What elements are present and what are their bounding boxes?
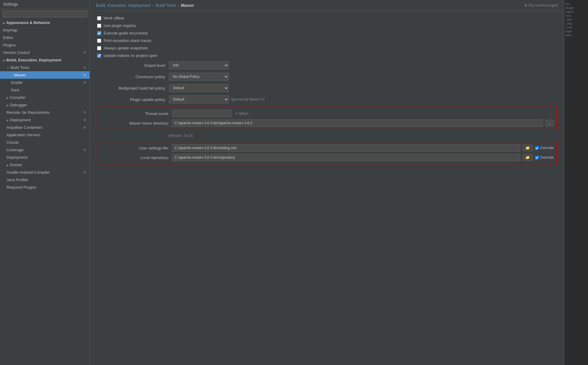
copy-icon-build-tools: ⧉ [84,66,86,69]
sidebar-item-remote-jar[interactable]: Remote Jar Repositories ⧉ [0,109,90,116]
plugin-update-label: Plugin update policy: [97,97,166,102]
sidebar-item-gradle[interactable]: Gradle ⧉ [0,79,90,86]
version-arrow-row: (Version: 3.6.3) ↗ [168,133,557,139]
checkbox-plugin-registry: Use plugin registry [97,23,557,28]
plugin-registry-checkbox[interactable] [97,24,101,28]
always-update-checkbox[interactable] [97,46,101,50]
sidebar-item-appearance[interactable]: Appearance & Behavior [0,19,90,26]
output-level-row: Output level: Info Debug Warning Error [97,61,557,69]
output-level-control: Info Debug Warning Error [169,61,557,69]
log-line-2: lugins [566,10,587,13]
output-level-select[interactable]: Info Debug Warning Error [169,61,229,69]
update-indices-label: Update indices on project open [104,53,157,58]
log-line-4: :mav [566,18,587,21]
sidebar-item-maven[interactable]: Maven ⧉ [0,71,90,79]
thread-count-row: Thread count: -T option [100,110,554,117]
sidebar-item-build-tools[interactable]: Build Tools ⧉ [0,64,90,71]
checkbox-always-update: Always update snapshots [97,46,557,50]
always-update-label: Always update snapshots [104,46,148,50]
main-content: Build, Execution, Deployment › Build Too… [90,0,564,365]
user-settings-browse-btn[interactable]: 📁 [523,145,533,151]
sidebar-item-clouds[interactable]: Clouds [0,139,90,146]
log-line-8: work. [566,34,587,37]
sidebar-item-compiler[interactable]: Compiler [0,94,90,101]
sidebar-item-version-control[interactable]: Version Control ⧉ [0,49,90,56]
breadcrumb-build-tools[interactable]: Build Tools [156,3,176,8]
sidebar-item-app-servers[interactable]: Application Servers [0,131,90,139]
local-repo-override-checkbox[interactable] [535,156,539,160]
execute-goals-label: Execute goals recursively [104,31,148,35]
project-icon: 🖥 [524,3,527,7]
output-level-label: Output level: [97,63,166,68]
sidebar-item-keymap[interactable]: Keymap [0,26,90,34]
copy-icon: ⧉ [84,51,86,54]
sidebar-item-required-plugins[interactable]: Required Plugins [0,184,90,191]
print-exception-checkbox[interactable] [97,39,101,43]
log-line-1: plugin [566,6,587,10]
work-offline-label: Work offline [104,16,124,20]
sidebar-search-input[interactable] [2,10,87,17]
sidebar-item-build-exec-deploy[interactable]: Build, Execution, Deployment [0,56,90,64]
checksum-policy-row: Checksum policy: No Global Policy Fail W… [97,73,557,81]
log-line-5: .plug [566,22,587,25]
checkbox-update-indices: Update indices on project open [97,53,557,58]
copy-icon-deployment: ⧉ [84,118,86,122]
sidebar-item-coverage[interactable]: Coverage ⧉ [0,146,90,154]
execute-goals-checkbox[interactable] [97,31,101,35]
log-panel: ins: plugin lugins ins:r :mav .plug s:ma… [564,0,588,39]
checksum-policy-select[interactable]: No Global Policy Fail Warn Ignore [169,73,229,81]
copy-icon-gradle-android: ⧉ [84,170,86,174]
thread-count-input[interactable] [172,110,232,117]
print-exception-label: Print exception stack traces [104,38,151,43]
breadcrumb-sep2: › [178,3,179,8]
plugin-registry-label: Use plugin registry [104,23,136,28]
local-repo-browse-btn[interactable]: 📁 [523,154,533,161]
sidebar-item-arquillian[interactable]: Arquillian Containers ⧉ [0,124,90,131]
settings-title: Settings [0,0,90,9]
checksum-policy-label: Checksum policy: [97,75,166,79]
local-repo-control: 📁 Override [172,154,554,161]
sidebar-item-deployment[interactable]: Deployment ⧉ [0,116,90,124]
maven-home-browse-btn[interactable]: ... [545,120,554,126]
sidebar-item-java-profiler[interactable]: Java Profiler [0,176,90,184]
sidebar-search-area [0,9,90,19]
local-repo-input[interactable] [172,154,520,161]
settings-sidebar: Settings Appearance & Behavior Keymap Ed… [0,0,90,365]
update-indices-checkbox[interactable] [97,54,101,58]
breadcrumb-build-exec[interactable]: Build, Execution, Deployment [96,3,151,8]
work-offline-checkbox[interactable] [97,16,101,20]
thread-count-control: -T option [172,110,554,117]
sidebar-item-deployment2[interactable]: Deployment [0,154,90,161]
maven-home-input[interactable] [172,119,543,127]
thread-maven-highlight-box: Thread count: -T option Maven home direc… [97,107,557,130]
user-settings-row: User settings file: 📁 Override [100,144,554,152]
user-local-highlight-box: User settings file: 📁 Override Local rep… [97,141,557,164]
user-settings-label: User settings file: [100,146,169,150]
sidebar-item-docker[interactable]: Docker [0,161,90,169]
multiproject-policy-select[interactable]: Default Fail at End Never Fail [169,84,229,92]
sidebar-item-debugger[interactable]: Debugger [0,101,90,109]
plugin-update-select[interactable]: Default Always Never Interval [169,96,229,103]
user-settings-override-label: Override [540,146,554,150]
plugin-update-suffix: ignored by Maven 3+ [231,97,265,102]
plugin-update-policy-row: Plugin update policy: Default Always Nev… [97,96,557,103]
breadcrumb-sep1: › [152,3,154,8]
multiproject-policy-row: Multiproject build fail policy: Default … [97,84,557,92]
copy-icon-maven: ⧉ [84,73,86,77]
copy-icon-coverage: ⧉ [84,148,86,152]
checkbox-work-offline: Work offline [97,16,557,20]
sidebar-item-gradle-android[interactable]: Gradle-Android Compiler ⧉ [0,169,90,176]
sidebar-item-plugins[interactable]: Plugins [0,41,90,49]
copy-icon-remote-jar: ⧉ [84,110,86,114]
arrow-annotation: ↗ [194,133,200,140]
user-settings-input[interactable] [172,144,520,152]
user-settings-override-checkbox[interactable] [535,146,539,150]
copy-icon-gradle: ⧉ [84,81,86,84]
thread-count-label: Thread count: [100,111,169,116]
user-settings-control: 📁 Override [172,144,554,152]
local-repo-override-label: Override [540,155,554,160]
sidebar-item-editor[interactable]: Editor [0,34,90,41]
breadcrumb: Build, Execution, Deployment › Build Too… [90,0,564,11]
settings-panel: Work offline Use plugin registry Execute… [90,11,564,365]
sidebar-item-gant[interactable]: Gant [0,86,90,94]
